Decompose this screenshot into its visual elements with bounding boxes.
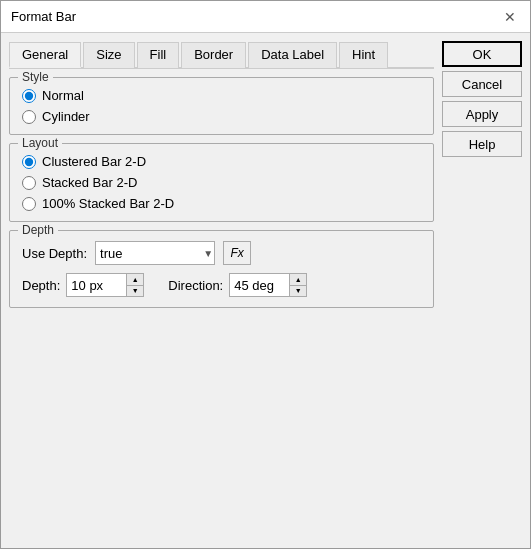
fx-button[interactable]: Fx [223,241,251,265]
depth-direction-row: Depth: ▲ ▼ Direction: [22,273,421,297]
depth-group: Depth Use Depth: true false ▼ Fx [9,230,434,308]
use-depth-select-wrapper: true false ▼ [95,241,215,265]
title-bar: Format Bar ✕ [1,1,530,33]
style-group-label: Style [18,70,53,84]
format-bar-dialog: Format Bar ✕ General Size Fill Border Da… [0,0,531,549]
style-cylinder-row: Cylinder [22,109,421,124]
style-normal-label[interactable]: Normal [42,88,84,103]
direction-spin-up[interactable]: ▲ [290,274,306,285]
direction-spinner-buttons: ▲ ▼ [289,273,307,297]
direction-spinner-group: Direction: ▲ ▼ [168,273,307,297]
tab-border[interactable]: Border [181,42,246,68]
depth-spinner-buttons: ▲ ▼ [126,273,144,297]
direction-label: Direction: [168,278,223,293]
style-normal-row: Normal [22,88,421,103]
depth-group-label: Depth [18,223,58,237]
layout-stacked-radio[interactable] [22,176,36,190]
direction-input[interactable] [229,273,289,297]
layout-stacked-label[interactable]: Stacked Bar 2-D [42,175,137,190]
help-button[interactable]: Help [442,131,522,157]
layout-stacked-row: Stacked Bar 2-D [22,175,421,190]
depth-spinner-group: Depth: ▲ ▼ [22,273,144,297]
style-normal-radio[interactable] [22,89,36,103]
use-depth-row: Use Depth: true false ▼ Fx [22,241,421,265]
depth-input[interactable] [66,273,126,297]
close-button[interactable]: ✕ [500,7,520,27]
layout-group-label: Layout [18,136,62,150]
depth-spin-up[interactable]: ▲ [127,274,143,285]
side-buttons: OK Cancel Apply Help [442,41,522,540]
tab-data-label[interactable]: Data Label [248,42,337,68]
ok-button[interactable]: OK [442,41,522,67]
main-content: General Size Fill Border Data Label Hint… [9,41,434,540]
dialog-body: General Size Fill Border Data Label Hint… [1,33,530,548]
depth-spinner: ▲ ▼ [66,273,144,297]
tab-fill[interactable]: Fill [137,42,180,68]
layout-stacked100-radio[interactable] [22,197,36,211]
use-depth-select[interactable]: true false [95,241,215,265]
style-group: Style Normal Cylinder [9,77,434,135]
tab-general[interactable]: General [9,42,81,68]
direction-spinner: ▲ ▼ [229,273,307,297]
layout-clustered-row: Clustered Bar 2-D [22,154,421,169]
tab-bar: General Size Fill Border Data Label Hint [9,41,434,69]
use-depth-label: Use Depth: [22,246,87,261]
layout-group: Layout Clustered Bar 2-D Stacked Bar 2-D… [9,143,434,222]
tab-hint[interactable]: Hint [339,42,388,68]
style-cylinder-radio[interactable] [22,110,36,124]
apply-button[interactable]: Apply [442,101,522,127]
dialog-title: Format Bar [11,9,76,24]
layout-stacked100-label[interactable]: 100% Stacked Bar 2-D [42,196,174,211]
layout-stacked100-row: 100% Stacked Bar 2-D [22,196,421,211]
direction-spin-down[interactable]: ▼ [290,285,306,296]
layout-clustered-radio[interactable] [22,155,36,169]
depth-label: Depth: [22,278,60,293]
style-cylinder-label[interactable]: Cylinder [42,109,90,124]
tab-size[interactable]: Size [83,42,134,68]
layout-clustered-label[interactable]: Clustered Bar 2-D [42,154,146,169]
depth-spin-down[interactable]: ▼ [127,285,143,296]
cancel-button[interactable]: Cancel [442,71,522,97]
